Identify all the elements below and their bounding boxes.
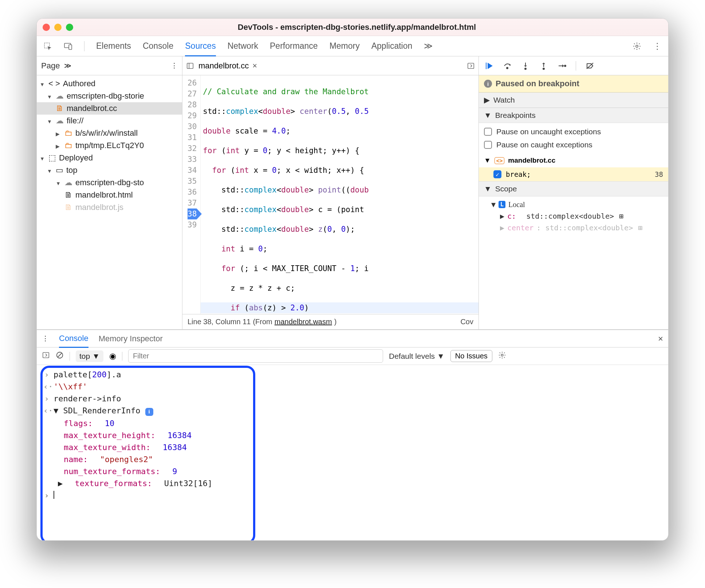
svg-rect-2 (69, 45, 72, 49)
no-issues-button[interactable]: No Issues (450, 350, 492, 362)
navigator-tree[interactable]: < >Authored ☁emscripten-dbg-storie 🗎mand… (37, 75, 182, 329)
svg-point-3 (636, 45, 638, 47)
editor-tab-label: mandelbrot.cc (198, 61, 249, 71)
tree-deployed[interactable]: Deployed (59, 153, 93, 163)
step-out-icon[interactable] (539, 61, 548, 70)
tab-memory[interactable]: Memory (330, 41, 360, 51)
tree-html[interactable]: mandelbrot.html (75, 190, 133, 200)
console-sidebar-icon[interactable] (42, 351, 50, 361)
tree-top[interactable]: top (66, 166, 78, 175)
tree-site[interactable]: emscripten-dbg-storie (67, 91, 144, 101)
pause-uncaught-checkbox[interactable] (484, 128, 492, 136)
coverage-label[interactable]: Cov (460, 318, 473, 326)
drawer-tab-console[interactable]: Console (59, 334, 88, 348)
console-drawer: ⋮ Console Memory Inspector × top▼ ◉ Defa… (37, 329, 668, 540)
settings-icon[interactable] (633, 42, 641, 51)
tree-folder1[interactable]: b/s/w/ir/x/w/install (75, 128, 138, 138)
drawer-tabs: ⋮ Console Memory Inspector × (37, 330, 668, 347)
console-output[interactable]: ›palette[200].a ‹·'\\xff' ›renderer->inf… (37, 365, 668, 540)
close-window-icon[interactable] (43, 24, 50, 31)
gutter[interactable]: 2627282930313233343536373839 (182, 75, 201, 314)
debugger-panel: i Paused on breakpoint ▶Watch ▼Breakpoin… (479, 56, 668, 329)
filter-input[interactable] (128, 349, 383, 363)
debugger-toolbar (479, 56, 668, 75)
breakpoint-checkbox[interactable]: ✓ (493, 170, 501, 178)
context-selector[interactable]: top▼ (76, 350, 103, 362)
drawer-close-icon[interactable]: × (658, 334, 663, 344)
window-controls (43, 24, 73, 31)
editor-status: Line 38, Column 11 (From mandelbrot.wasm… (182, 314, 478, 329)
step-over-icon[interactable] (503, 61, 512, 70)
step-into-icon[interactable] (521, 61, 530, 70)
tab-sources[interactable]: Sources (185, 41, 216, 56)
devtools-window: DevTools - emscripten-dbg-stories.netlif… (36, 18, 669, 541)
console-toolbar: top▼ ◉ Default levels▼ No Issues (37, 347, 668, 365)
tab-network[interactable]: Network (228, 41, 258, 51)
drawer-tab-memory[interactable]: Memory Inspector (99, 334, 163, 343)
console-input-row: ›renderer->info (43, 393, 662, 405)
tree-authored[interactable]: Authored (63, 79, 95, 88)
minimize-window-icon[interactable] (54, 24, 62, 31)
console-output-row: ‹·'\\xff' (43, 381, 662, 393)
tab-application[interactable]: Application (371, 41, 413, 51)
tab-elements[interactable]: Elements (96, 41, 131, 51)
scope-section[interactable]: ▼Scope (479, 181, 668, 196)
clear-console-icon[interactable] (56, 351, 64, 361)
svg-rect-4 (187, 63, 193, 68)
scope-body: ▼LLocal ▶c: std::complex<double>⊞ ▶cente… (479, 196, 668, 236)
cursor-position: Line 38, Column 11 (188, 318, 251, 326)
code-area[interactable]: // Calculate and draw the Mandelbrot std… (201, 75, 478, 314)
watch-section[interactable]: ▶Watch (479, 92, 668, 108)
console-input-row: ›palette[200].a (43, 369, 662, 381)
deactivate-breakpoints-icon[interactable] (586, 61, 594, 70)
code-editor[interactable]: 2627282930313233343536373839 // Calculat… (182, 75, 478, 314)
toggle-navigator-icon[interactable] (186, 62, 194, 70)
main-tabs: Elements Console Sources Network Perform… (37, 36, 668, 56)
breakpoint-row[interactable]: ✓ break; 38 (479, 167, 668, 181)
editor-tab-mandelbrot[interactable]: mandelbrot.cc × (198, 61, 257, 71)
eye-icon[interactable]: ◉ (109, 351, 116, 361)
tab-console[interactable]: Console (143, 41, 173, 51)
svg-point-7 (507, 67, 508, 69)
tree-site2[interactable]: emscripten-dbg-sto (75, 178, 144, 187)
tree-file-scheme[interactable]: file:// (67, 116, 83, 126)
device-toolbar-icon[interactable] (64, 42, 72, 51)
svg-point-18 (501, 354, 503, 356)
info-badge-icon[interactable]: i (145, 408, 153, 416)
console-settings-icon[interactable] (498, 351, 506, 361)
tree-folder2[interactable]: tmp/tmp.ELcTq2Y0 (75, 141, 144, 150)
editor-panel: mandelbrot.cc × 262728293031323334353637… (182, 56, 479, 329)
source-map-link[interactable]: mandelbrot.wasm (275, 318, 332, 326)
more-tabs-icon[interactable] (467, 62, 475, 70)
kebab-menu-icon[interactable]: ⋮ (653, 41, 662, 51)
info-icon: i (484, 80, 492, 88)
maximize-window-icon[interactable] (66, 24, 73, 31)
svg-rect-6 (468, 63, 474, 68)
tab-performance[interactable]: Performance (270, 41, 318, 51)
tab-more-icon[interactable]: ≫ (424, 41, 433, 51)
tree-file-cc[interactable]: mandelbrot.cc (67, 104, 117, 113)
pause-caught-checkbox[interactable] (484, 141, 492, 149)
navigator-panel: Page ≫ ⋮ < >Authored ☁emscripten-dbg-sto… (37, 56, 182, 329)
navigator-kebab-icon[interactable]: ⋮ (171, 61, 178, 70)
inspect-icon[interactable] (43, 42, 52, 51)
navigator-more-icon[interactable]: ≫ (64, 61, 71, 70)
breakpoints-body: Pause on uncaught exceptions Pause on ca… (479, 123, 668, 154)
drawer-kebab-icon[interactable]: ⋮ (42, 334, 49, 343)
close-tab-icon[interactable]: × (252, 61, 257, 71)
console-prompt[interactable]: › (43, 489, 662, 501)
resume-icon[interactable] (485, 61, 493, 70)
levels-selector[interactable]: Default levels▼ (389, 352, 445, 361)
svg-point-11 (543, 68, 544, 69)
svg-point-13 (564, 65, 566, 67)
svg-rect-15 (43, 353, 49, 358)
svg-line-17 (58, 353, 62, 357)
paused-banner: i Paused on breakpoint (479, 75, 668, 92)
breakpoints-section[interactable]: ▼Breakpoints (479, 108, 668, 123)
sources-main: Page ≫ ⋮ < >Authored ☁emscripten-dbg-sto… (37, 56, 668, 329)
tree-js[interactable]: mandelbrot.js (75, 203, 123, 212)
breakpoint-file[interactable]: ▼<>mandelbrot.cc (479, 154, 668, 167)
navigator-tab-page[interactable]: Page (41, 61, 60, 71)
window-title: DevTools - emscripten-dbg-stories.netlif… (73, 23, 641, 32)
step-icon[interactable] (558, 61, 566, 70)
